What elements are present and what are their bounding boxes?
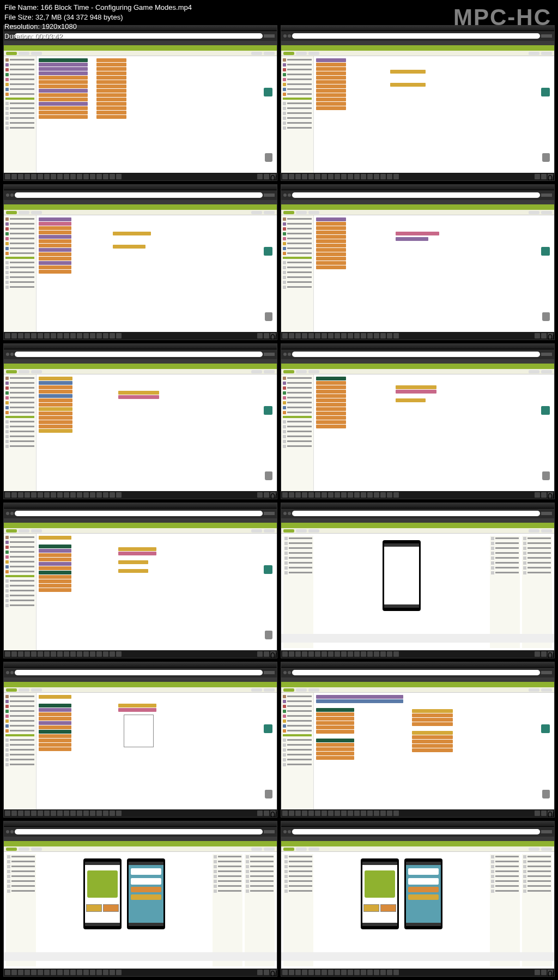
component-item[interactable]	[5, 748, 34, 752]
component-item[interactable]	[283, 261, 312, 264]
taskbar-icon[interactable]	[341, 810, 347, 816]
code-block[interactable]	[39, 429, 72, 433]
taskbar-icon[interactable]	[264, 174, 269, 179]
code-block[interactable]	[39, 412, 72, 415]
code-block[interactable]	[316, 244, 346, 247]
toolbar-button[interactable]	[251, 211, 262, 214]
palette-item[interactable]	[5, 540, 34, 544]
trash-icon[interactable]	[265, 471, 272, 480]
toolbar-button[interactable]	[541, 370, 552, 373]
palette-item[interactable]	[283, 391, 312, 395]
toolbar-button[interactable]	[251, 529, 262, 533]
code-block[interactable]	[316, 425, 346, 428]
code-block[interactable]	[39, 239, 71, 243]
taskbar-icon[interactable]	[380, 492, 386, 498]
taskbar-icon[interactable]	[38, 651, 43, 657]
code-block[interactable]	[316, 84, 346, 88]
backpack-icon[interactable]	[541, 88, 550, 96]
palette-item[interactable]	[5, 246, 34, 250]
taskbar-icon[interactable]	[264, 492, 269, 498]
taskbar-icon[interactable]	[18, 970, 23, 975]
taskbar-icon[interactable]	[374, 970, 379, 975]
taskbar-icon[interactable]	[387, 333, 392, 338]
components-panel[interactable]	[490, 536, 520, 648]
taskbar-icon[interactable]	[257, 970, 263, 975]
trash-icon[interactable]	[265, 312, 272, 321]
taskbar-icon[interactable]	[328, 174, 333, 179]
toolbar-button[interactable]	[6, 52, 17, 55]
trash-icon[interactable]	[265, 153, 272, 162]
windows-taskbar[interactable]: 00:02:00	[4, 650, 277, 658]
palette-item[interactable]	[283, 222, 312, 226]
code-block[interactable]	[39, 217, 71, 221]
code-block[interactable]	[316, 412, 346, 415]
code-block[interactable]	[96, 115, 126, 119]
taskbar-icon[interactable]	[83, 810, 89, 816]
code-block[interactable]	[316, 226, 346, 230]
palette-item[interactable]	[5, 709, 34, 713]
palette-item[interactable]	[283, 709, 312, 713]
palette-item[interactable]	[283, 714, 312, 718]
code-block[interactable]	[316, 385, 346, 389]
trash-icon[interactable]	[265, 790, 272, 798]
url-bar[interactable]	[15, 829, 263, 834]
taskbar-icon[interactable]	[387, 174, 392, 179]
toolbar-button[interactable]	[6, 211, 17, 214]
toolbar-button[interactable]	[264, 52, 275, 55]
code-block[interactable]	[39, 385, 72, 389]
code-block[interactable]	[39, 398, 72, 402]
toolbar-button[interactable]	[283, 848, 294, 851]
code-block[interactable]	[316, 377, 346, 380]
taskbar-icon[interactable]	[367, 970, 373, 975]
palette-item[interactable]	[5, 227, 34, 231]
taskbar-icon[interactable]	[70, 492, 76, 498]
palette-item[interactable]	[5, 68, 34, 71]
taskbar-icon[interactable]	[77, 174, 82, 179]
toolbar-button[interactable]	[31, 211, 42, 214]
taskbar-icon[interactable]	[5, 333, 10, 338]
taskbar-icon[interactable]	[11, 333, 17, 338]
taskbar-icon[interactable]	[77, 333, 82, 338]
backpack-icon[interactable]	[541, 724, 550, 733]
blocks-canvas[interactable]	[37, 56, 277, 173]
windows-taskbar[interactable]: 00:03:25	[281, 969, 554, 976]
toolbar-button[interactable]	[19, 52, 29, 55]
taskbar-icon[interactable]	[110, 651, 115, 657]
taskbar-icon[interactable]	[308, 651, 314, 657]
backpack-icon[interactable]	[541, 247, 550, 256]
backpack-icon[interactable]	[264, 565, 272, 574]
taskbar-icon[interactable]	[64, 333, 69, 338]
component-item[interactable]	[5, 579, 34, 583]
palette-item[interactable]	[5, 72, 34, 76]
taskbar-icon[interactable]	[38, 810, 43, 816]
code-block[interactable]	[113, 232, 151, 235]
toolbar-button[interactable]	[529, 848, 539, 851]
code-block[interactable]	[39, 558, 71, 561]
code-block[interactable]	[316, 725, 354, 729]
code-block[interactable]	[316, 222, 346, 226]
taskbar-icon[interactable]	[302, 810, 307, 816]
properties-panel[interactable]	[522, 854, 552, 966]
taskbar-icon[interactable]	[18, 492, 23, 498]
code-block[interactable]	[316, 407, 346, 411]
blocks-canvas[interactable]	[37, 374, 277, 491]
blocks-canvas[interactable]	[37, 693, 277, 809]
component-item[interactable]	[5, 111, 34, 115]
code-block[interactable]	[39, 407, 72, 411]
code-block[interactable]	[118, 560, 148, 564]
palette-item[interactable]	[5, 714, 34, 718]
code-block[interactable]	[316, 699, 403, 703]
palette-item[interactable]	[283, 699, 312, 703]
palette-item[interactable]	[283, 87, 312, 91]
code-block[interactable]	[96, 71, 126, 75]
taskbar-icon[interactable]	[374, 333, 379, 338]
taskbar-icon[interactable]	[11, 970, 17, 975]
code-block[interactable]	[316, 398, 346, 402]
properties-panel[interactable]	[522, 536, 552, 648]
taskbar-icon[interactable]	[5, 492, 10, 498]
component-item[interactable]	[5, 275, 34, 279]
taskbar-icon[interactable]	[282, 174, 288, 179]
taskbar-icon[interactable]	[83, 492, 89, 498]
code-block[interactable]	[39, 270, 71, 274]
taskbar-icon[interactable]	[341, 174, 347, 179]
